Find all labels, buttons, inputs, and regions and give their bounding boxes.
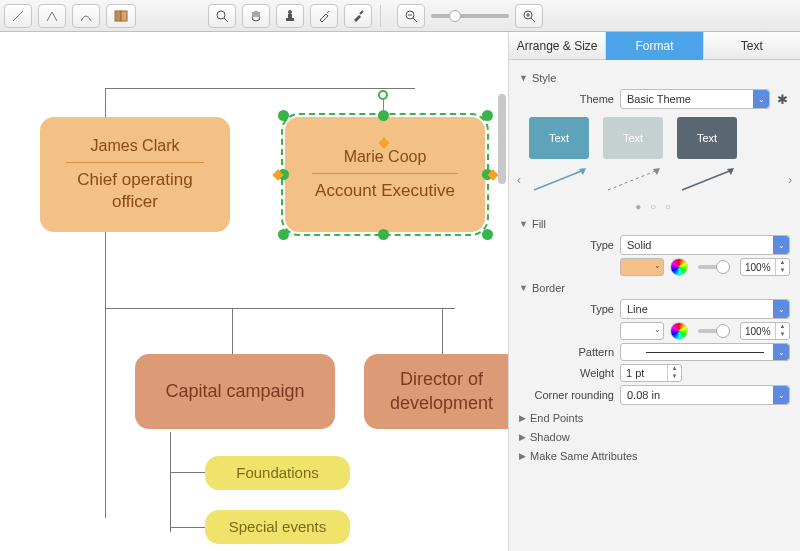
node-name: Marie Coop	[344, 147, 427, 168]
top-toolbar	[0, 0, 800, 32]
tab-arrange-size[interactable]: Arrange & Size	[509, 32, 605, 60]
node-name: James Clark	[91, 136, 180, 157]
style-thumbnails: Text Text Text	[519, 117, 790, 159]
border-type-select[interactable]: Line⌄	[620, 299, 790, 319]
node-label: Director of development	[378, 368, 505, 415]
connector-tool-button[interactable]	[72, 4, 100, 28]
org-node-marie-coop[interactable]: Marie Coop Account Executive	[285, 117, 485, 232]
zoom-tool-button[interactable]	[208, 4, 236, 28]
fill-type-label: Type	[519, 239, 614, 251]
style-next-icon[interactable]: ›	[788, 173, 792, 187]
fill-color-swatch[interactable]: ⌄	[620, 258, 664, 276]
resize-handle[interactable]	[482, 229, 493, 240]
resize-handle[interactable]	[378, 110, 389, 121]
fill-type-select[interactable]: Solid⌄	[620, 235, 790, 255]
section-header-same-attrs[interactable]: ▶Make Same Attributes	[519, 450, 790, 462]
section-header-style[interactable]: ▼Style	[519, 72, 790, 84]
node-role: Account Executive	[315, 180, 455, 202]
zoom-controls	[397, 4, 543, 28]
weight-label: Weight	[519, 367, 614, 379]
section-header-endpoints[interactable]: ▶End Points	[519, 412, 790, 424]
color-wheel-icon[interactable]	[670, 258, 688, 276]
corner-label: Corner rounding	[519, 389, 614, 401]
node-role: Chief operating officer	[54, 169, 216, 213]
theme-label: Theme	[519, 93, 614, 105]
style-thumb-3[interactable]: Text	[677, 117, 737, 159]
eyedropper-tool-button[interactable]	[310, 4, 338, 28]
arrow-style-3[interactable]	[677, 165, 737, 195]
rotation-handle[interactable]	[378, 90, 388, 100]
org-node-capital-campaign[interactable]: Capital campaign	[135, 354, 335, 429]
book-tool-button[interactable]	[106, 4, 136, 28]
connector-line	[170, 472, 205, 473]
border-type-label: Type	[519, 303, 614, 315]
node-label: Capital campaign	[165, 380, 304, 403]
main-area: James Clark Chief operating officer Mari…	[0, 32, 800, 551]
border-opacity-slider[interactable]	[698, 329, 730, 333]
style-prev-icon[interactable]: ‹	[517, 173, 521, 187]
svg-rect-4	[288, 14, 292, 18]
line-tool-button[interactable]	[4, 4, 32, 28]
style-thumb-2[interactable]: Text	[603, 117, 663, 159]
toolbar-separator	[380, 5, 381, 27]
fill-opacity-slider[interactable]	[698, 265, 730, 269]
page-dots[interactable]: ● ○ ○	[519, 201, 790, 212]
tab-format[interactable]: Format	[605, 32, 702, 60]
org-node-director-dev[interactable]: Director of development	[364, 354, 508, 429]
inspector-panel: Arrange & Size Format Text ▼Style Theme …	[508, 32, 800, 551]
connector-line	[232, 308, 233, 354]
border-opacity-value[interactable]: 100%▲▼	[740, 322, 790, 340]
color-wheel-icon[interactable]	[670, 322, 688, 340]
section-header-shadow[interactable]: ▶Shadow	[519, 431, 790, 443]
org-node-special-events[interactable]: Special events	[205, 510, 350, 544]
node-label: Special events	[229, 517, 327, 537]
pattern-select[interactable]: ⌄	[620, 343, 790, 361]
pattern-label: Pattern	[519, 346, 614, 358]
resize-handle[interactable]	[482, 110, 493, 121]
section-header-border[interactable]: ▼Border	[519, 282, 790, 294]
stamp-tool-button[interactable]	[276, 4, 304, 28]
svg-rect-0	[115, 11, 121, 21]
org-node-foundations[interactable]: Foundations	[205, 456, 350, 490]
connector-line	[105, 88, 415, 89]
pen-tool-button[interactable]	[38, 4, 66, 28]
node-label: Foundations	[236, 463, 319, 483]
paint-tool-button[interactable]	[344, 4, 372, 28]
resize-handle[interactable]	[378, 229, 389, 240]
inspector-tabs: Arrange & Size Format Text	[509, 32, 800, 60]
fill-opacity-value[interactable]: 100%▲▼	[740, 258, 790, 276]
style-thumb-1[interactable]: Text	[529, 117, 589, 159]
theme-select[interactable]: Basic Theme⌄	[620, 89, 770, 109]
connector-line	[170, 432, 171, 532]
border-color-swatch[interactable]: ⌄	[620, 322, 664, 340]
zoom-slider[interactable]	[431, 14, 509, 18]
connector-line	[442, 308, 443, 354]
resize-handle[interactable]	[278, 110, 289, 121]
tab-text[interactable]: Text	[703, 32, 800, 60]
arrow-style-2[interactable]	[603, 165, 663, 195]
resize-handle[interactable]	[278, 229, 289, 240]
svg-rect-1	[121, 11, 127, 21]
corner-rounding-select[interactable]: 0.08 in⌄	[620, 385, 790, 405]
zoom-in-button[interactable]	[515, 4, 543, 28]
svg-point-5	[288, 10, 292, 14]
section-header-fill[interactable]: ▼Fill	[519, 218, 790, 230]
connector-line	[105, 308, 455, 309]
svg-rect-3	[286, 18, 294, 21]
svg-point-2	[217, 11, 225, 19]
org-node-james-clark[interactable]: James Clark Chief operating officer	[40, 117, 230, 232]
weight-input[interactable]: 1 pt▲▼	[620, 364, 682, 382]
pan-tool-button[interactable]	[242, 4, 270, 28]
vertical-scrollbar[interactable]	[498, 74, 508, 274]
theme-gear-icon[interactable]: ✱	[774, 91, 790, 107]
arrow-style-1[interactable]	[529, 165, 589, 195]
connector-line	[170, 527, 205, 528]
canvas-area[interactable]: James Clark Chief operating officer Mari…	[0, 32, 508, 551]
zoom-out-button[interactable]	[397, 4, 425, 28]
